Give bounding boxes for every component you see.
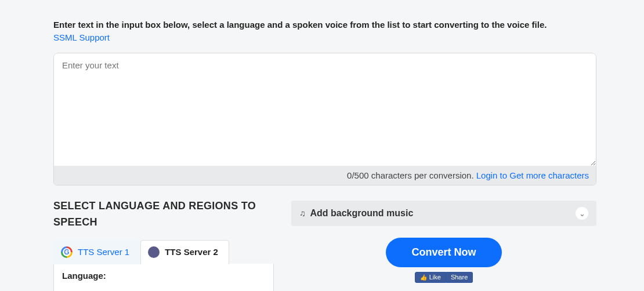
- music-icon: ♫: [299, 209, 306, 218]
- thumb-up-icon: 👍: [420, 274, 427, 281]
- tab-tts-server-1[interactable]: TTS Server 1: [53, 240, 140, 264]
- instruction-text: Enter text in the input box below, selec…: [53, 20, 596, 30]
- background-music-toggle[interactable]: ♫ Add background music ⌄: [291, 201, 596, 226]
- microsoft-icon: [148, 246, 160, 258]
- facebook-share-button[interactable]: Share: [446, 272, 473, 283]
- language-panel: Language:: [53, 264, 274, 291]
- select-language-heading: SELECT LANGUAGE AND REGIONS TO SPEECH: [53, 198, 274, 231]
- facebook-like-button[interactable]: 👍 Like: [415, 272, 446, 283]
- fb-like-label: Like: [429, 274, 441, 281]
- facebook-widget: 👍 Like Share: [291, 272, 596, 283]
- chevron-down-icon: ⌄: [576, 207, 588, 220]
- tab-label-server-2: TTS Server 2: [165, 247, 218, 257]
- background-music-label: Add background music: [310, 208, 414, 219]
- text-input-panel: 0/500 characters per conversion. Login t…: [53, 53, 596, 185]
- text-input[interactable]: [54, 53, 596, 166]
- character-count-bar: 0/500 characters per conversion. Login t…: [54, 166, 596, 185]
- ssml-support-link[interactable]: SSML Support: [53, 32, 110, 42]
- google-icon: [61, 246, 73, 258]
- fb-share-label: Share: [451, 274, 468, 281]
- tab-tts-server-2[interactable]: TTS Server 2: [140, 240, 229, 264]
- language-label: Language:: [62, 271, 265, 281]
- login-more-characters-link[interactable]: Login to Get more characters: [476, 170, 589, 180]
- tab-label-server-1: TTS Server 1: [78, 247, 129, 257]
- convert-now-button[interactable]: Convert Now: [386, 238, 501, 267]
- tts-server-tabs: TTS Server 1 TTS Server 2: [53, 240, 274, 264]
- char-counter: 0/500 characters per conversion.: [347, 170, 476, 180]
